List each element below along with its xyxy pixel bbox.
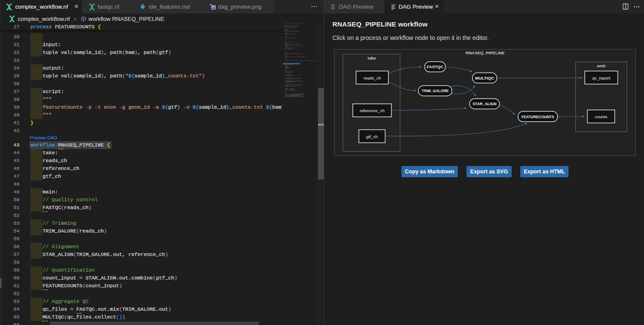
svg-text:MULTIQC: MULTIQC xyxy=(475,76,494,80)
svg-text:FASTQC: FASTQC xyxy=(427,65,444,69)
svg-text:reference_ch: reference_ch xyxy=(360,108,384,113)
svg-text:qc_report: qc_report xyxy=(592,76,611,80)
svg-text:gtf_ch: gtf_ch xyxy=(366,134,378,139)
svg-text:take: take xyxy=(368,56,376,60)
svg-text:RNASEQ_PIPELINE: RNASEQ_PIPELINE xyxy=(466,51,505,55)
svg-text:TRIM_GALORE: TRIM_GALORE xyxy=(422,89,449,93)
svg-text:emit: emit xyxy=(597,63,606,68)
svg-text:counts: counts xyxy=(595,114,608,119)
svg-text:STAR_ALIGN: STAR_ALIGN xyxy=(473,102,496,106)
svg-text:reads_ch: reads_ch xyxy=(364,76,381,80)
svg-text:FEATURECOUNTS: FEATURECOUNTS xyxy=(521,115,554,119)
